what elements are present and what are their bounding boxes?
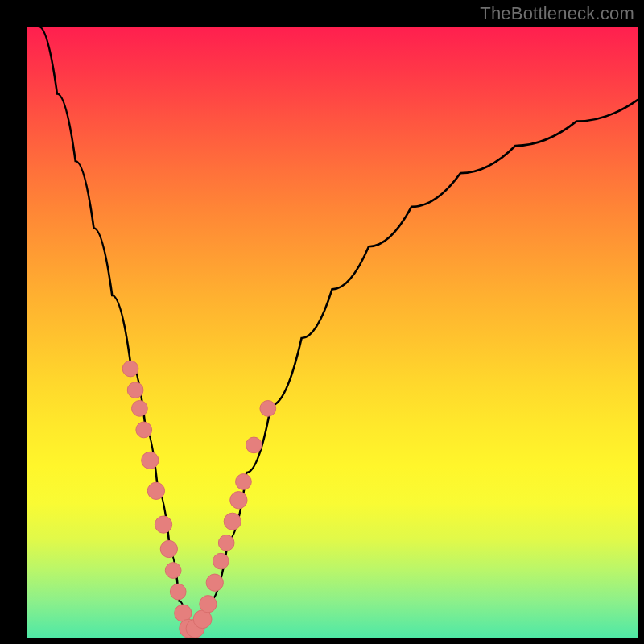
curve-marker [170,584,186,600]
chart-svg [27,27,638,638]
curve-marker [147,482,164,499]
curve-marker [236,474,252,490]
curve-marker [224,513,241,530]
curve-marker [136,422,152,438]
curve-marker [155,516,171,533]
curve-markers [122,361,276,638]
attribution-text: TheBottleneck.com [480,3,634,24]
curve-marker [213,553,229,569]
curve-marker [246,437,262,453]
curve-marker [160,540,177,557]
frame-bottom [0,638,644,644]
curve-marker [200,596,217,613]
curve-marker [122,361,138,377]
curve-marker [218,535,234,551]
chart-frame: TheBottleneck.com [0,0,644,644]
curve-marker [260,401,276,417]
curve-marker [165,563,181,579]
curve-marker [127,382,143,398]
curve-marker [132,401,148,417]
curve-marker [142,452,159,469]
bottleneck-curve [39,27,638,631]
frame-right [638,27,644,638]
curve-marker [230,492,247,509]
curve-marker [206,574,223,591]
